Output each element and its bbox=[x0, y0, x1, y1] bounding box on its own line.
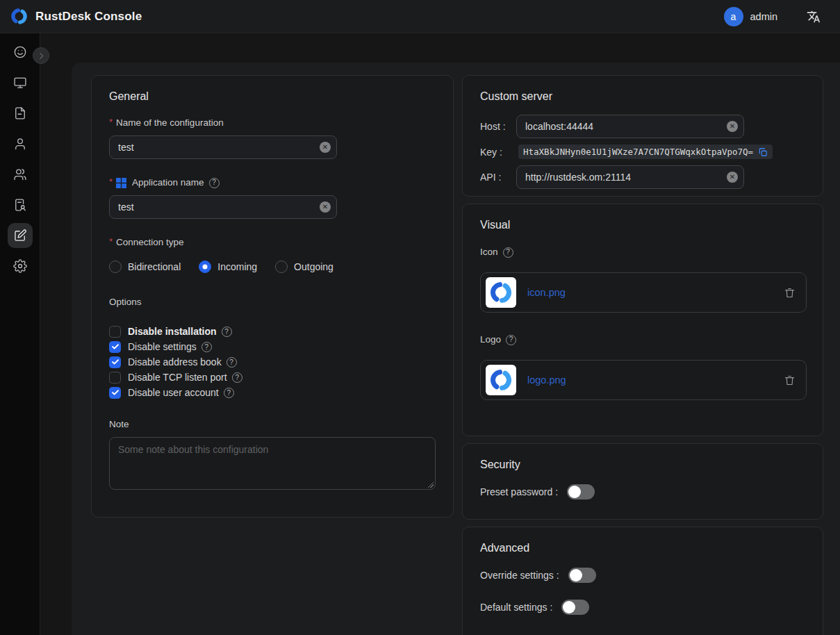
sidebar-expand-button[interactable] bbox=[33, 47, 49, 64]
custom-server-card: Custom server Host : ✕ Key : HtaXBkJNHyn… bbox=[462, 75, 823, 197]
app-name-input[interactable] bbox=[109, 195, 337, 219]
note-label: Note bbox=[109, 418, 436, 431]
help-icon[interactable]: ? bbox=[209, 178, 220, 188]
sidebar bbox=[0, 33, 40, 635]
custom-server-title: Custom server bbox=[480, 90, 805, 104]
checkbox-icon bbox=[109, 326, 121, 338]
sidebar-item-logs[interactable] bbox=[8, 101, 33, 126]
toggle-knob bbox=[568, 486, 581, 498]
options-label: Options bbox=[109, 296, 436, 308]
rustdesk-logo-icon bbox=[488, 368, 513, 393]
checkbox-icon bbox=[109, 341, 121, 353]
app-name-label: * Application name ? bbox=[109, 176, 436, 189]
trash-icon[interactable] bbox=[784, 287, 796, 299]
sidebar-item-audit[interactable] bbox=[8, 192, 33, 217]
required-asterisk: * bbox=[109, 176, 113, 188]
user-name[interactable]: admin bbox=[750, 11, 778, 22]
config-name-label: * Name of the configuration bbox=[109, 117, 436, 129]
help-icon[interactable]: ? bbox=[232, 372, 242, 383]
checkbox-icon bbox=[109, 372, 121, 384]
logo-label: Logo ? bbox=[480, 333, 805, 346]
preset-password-row: Preset password : bbox=[480, 484, 805, 500]
chevron-right-icon bbox=[37, 51, 46, 60]
clear-icon[interactable]: ✕ bbox=[320, 201, 331, 213]
api-row: API : ✕ bbox=[480, 165, 805, 189]
logo-preview bbox=[486, 365, 516, 395]
radio-icon bbox=[275, 261, 288, 273]
trash-icon[interactable] bbox=[784, 374, 796, 386]
logo-upload-row: logo.png bbox=[480, 360, 807, 400]
help-icon[interactable]: ? bbox=[224, 388, 234, 398]
toggle-knob bbox=[563, 601, 575, 613]
default-settings-label: Default settings : bbox=[480, 602, 552, 613]
copy-icon[interactable] bbox=[758, 147, 768, 157]
audit-log-icon bbox=[13, 198, 27, 212]
toggle-knob bbox=[570, 569, 582, 582]
rustdesk-logo-icon bbox=[488, 280, 513, 305]
checkbox-icon bbox=[109, 387, 121, 399]
settings-icon bbox=[13, 259, 27, 273]
radio-incoming[interactable]: Incoming bbox=[199, 261, 257, 273]
logo-file-link[interactable]: logo.png bbox=[527, 374, 566, 386]
override-settings-toggle[interactable] bbox=[568, 568, 596, 583]
windows-icon bbox=[116, 178, 126, 188]
user-icon bbox=[13, 137, 27, 151]
help-icon[interactable]: ? bbox=[227, 357, 237, 368]
checkbox-disable-tcp-listen-port[interactable]: Disable TCP listen port ? bbox=[109, 370, 436, 385]
radio-outgoing[interactable]: Outgoing bbox=[275, 261, 333, 273]
checkbox-disable-user-account[interactable]: Disable user account ? bbox=[109, 385, 436, 400]
override-settings-label: Override settings : bbox=[480, 570, 559, 581]
icon-file-link[interactable]: icon.png bbox=[527, 287, 566, 298]
sidebar-item-settings[interactable] bbox=[8, 254, 33, 279]
note-textarea[interactable] bbox=[109, 437, 436, 490]
checkbox-disable-installation[interactable]: Disable installation ? bbox=[109, 324, 436, 339]
required-asterisk: * bbox=[109, 116, 113, 129]
api-input[interactable] bbox=[516, 165, 744, 189]
avatar[interactable]: a bbox=[724, 7, 743, 26]
icon-upload-row: icon.png bbox=[480, 272, 807, 313]
sidebar-item-dashboard[interactable] bbox=[8, 40, 33, 65]
checkbox-disable-address-book[interactable]: Disable address book ? bbox=[109, 354, 436, 370]
icon-label: Icon ? bbox=[480, 246, 805, 258]
sidebar-item-users[interactable] bbox=[8, 131, 33, 156]
config-name-input[interactable] bbox=[109, 135, 337, 159]
api-label: API : bbox=[480, 172, 516, 183]
top-bar: RustDesk Console a admin bbox=[0, 0, 840, 33]
help-icon[interactable]: ? bbox=[201, 342, 212, 352]
help-icon[interactable]: ? bbox=[222, 327, 232, 337]
visual-card: Visual Icon ? icon.png Logo ? logo.png bbox=[462, 204, 823, 436]
default-settings-row: Default settings : bbox=[480, 600, 805, 615]
general-title: General bbox=[109, 90, 436, 104]
host-input[interactable] bbox=[516, 115, 744, 138]
sidebar-item-groups[interactable] bbox=[8, 162, 33, 187]
help-icon[interactable]: ? bbox=[506, 335, 516, 345]
default-settings-toggle[interactable] bbox=[561, 600, 589, 615]
preset-password-toggle[interactable] bbox=[567, 484, 595, 500]
general-card: General * Name of the configuration ✕ * … bbox=[91, 75, 454, 518]
radio-icon bbox=[199, 261, 211, 273]
radio-bidirectional[interactable]: Bidirectional bbox=[109, 261, 181, 273]
custom-client-icon bbox=[13, 229, 27, 242]
translate-icon[interactable] bbox=[805, 8, 822, 25]
help-icon[interactable]: ? bbox=[503, 247, 513, 258]
main-panel: General * Name of the configuration ✕ * … bbox=[72, 63, 840, 635]
security-card: Security Preset password : bbox=[462, 443, 823, 520]
checkbox-icon bbox=[109, 356, 121, 368]
smiley-icon bbox=[13, 45, 27, 59]
monitor-icon bbox=[13, 76, 27, 90]
app-title: RustDesk Console bbox=[35, 10, 142, 24]
key-value: HtaXBkJNHyn0e1U1jWXze7A7CN7QTGWqxkOtpaVp… bbox=[518, 145, 773, 159]
checkbox-disable-settings[interactable]: Disable settings ? bbox=[109, 339, 436, 354]
clear-icon[interactable]: ✕ bbox=[320, 142, 331, 153]
connection-type-group: Bidirectional Incoming Outgoing bbox=[109, 259, 436, 274]
sidebar-item-custom-client[interactable] bbox=[8, 223, 33, 248]
clear-icon[interactable]: ✕ bbox=[727, 121, 738, 132]
clear-icon[interactable]: ✕ bbox=[727, 172, 738, 183]
key-label: Key : bbox=[480, 147, 516, 158]
users-icon bbox=[13, 167, 27, 181]
host-label: Host : bbox=[480, 121, 516, 132]
key-row: Key : HtaXBkJNHyn0e1U1jWXze7A7CN7QTGWqxk… bbox=[480, 145, 805, 159]
sidebar-item-devices[interactable] bbox=[8, 70, 33, 95]
security-title: Security bbox=[480, 458, 805, 472]
advanced-title: Advanced bbox=[480, 541, 805, 555]
